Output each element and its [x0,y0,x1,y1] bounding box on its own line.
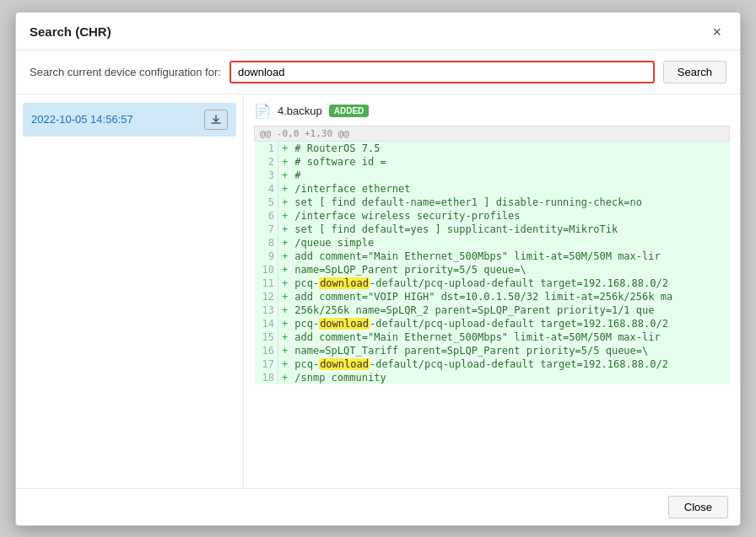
line-number: 9 [255,250,278,263]
file-header: 📄 4.backup ADDED [254,103,730,119]
diff-header-cell: @@ -0,0 +1,30 @@ [255,126,730,141]
line-number: 15 [255,330,278,344]
diff-prefix: + [278,223,292,236]
diff-prefix: + [278,290,292,303]
line-number: 8 [255,236,278,250]
diff-prefix: + [278,169,292,182]
line-number: 3 [255,169,278,182]
line-number: 7 [255,223,278,236]
right-panel: 📄 4.backup ADDED @@ -0,0 +1,30 @@ 1+# Ro… [244,94,740,488]
diff-table: @@ -0,0 +1,30 @@ 1+# RouterOS 7.52+# sof… [254,126,730,384]
diff-prefix: + [278,371,292,384]
line-number: 16 [255,344,278,357]
diff-prefix: + [278,344,292,357]
diff-code: /queue simple [291,236,729,250]
diff-prefix: + [278,357,292,371]
search-input[interactable] [230,61,655,83]
line-number: 17 [255,357,278,371]
download-button[interactable] [204,110,228,130]
dialog-title: Search (CHR) [30,24,111,39]
table-row: 11+ pcq-download-default/pcq-upload-defa… [255,277,730,290]
table-row: 15+add comment="Main Ethernet_500Mbps" l… [255,330,730,344]
diff-code: name=SpLQP_Parent priority=5/5 queue=\ [291,263,729,277]
diff-prefix: + [278,303,292,317]
diff-prefix: + [278,277,292,290]
diff-header-row: @@ -0,0 +1,30 @@ [255,126,730,141]
diff-code: /interface ethernet [291,182,729,196]
backup-date: 2022-10-05 14:56:57 [31,113,133,126]
table-row: 18+/snmp community [255,371,730,384]
table-row: 2+# software id = [255,155,730,169]
diff-code: 256k/256k name=SpLQR_2 parent=SpLQP_Pare… [291,303,729,317]
line-number: 11 [255,277,278,290]
diff-code: name=SpLQT_Tariff parent=SpLQP_Parent pr… [291,344,729,357]
diff-code: pcq-download-default/pcq-upload-default … [291,357,729,371]
diff-code: add comment="VOIP HIGH" dst=10.0.1.50/32… [291,290,729,303]
dialog-header: Search (CHR) × [16,13,740,51]
highlight-text: download [319,358,370,370]
table-row: 9+add comment="Main Ethernet_500Mbps" li… [255,250,730,263]
close-footer-button[interactable]: Close [668,496,728,518]
diff-code: /interface wireless security-profiles [291,209,729,223]
line-number: 1 [255,141,278,155]
close-x-button[interactable]: × [707,23,726,41]
added-badge: ADDED [329,105,370,117]
diff-code: # [291,169,729,182]
diff-code: add comment="Main Ethernet_500Mbps" limi… [291,250,729,263]
table-row: 12+add comment="VOIP HIGH" dst=10.0.1.50… [255,290,730,303]
table-row: 17+ pcq-download-default/pcq-upload-defa… [255,357,730,371]
main-content: 2022-10-05 14:56:57 📄 4.backup ADDED @@ … [16,94,740,488]
diff-prefix: + [278,250,292,263]
line-number: 6 [255,209,278,223]
line-number: 13 [255,303,278,317]
table-row: 1+# RouterOS 7.5 [255,141,730,155]
search-dialog: Search (CHR) × Search current device con… [15,12,741,526]
diff-code: add comment="Main Ethernet_500Mbps" limi… [291,330,729,344]
line-number: 4 [255,182,278,196]
file-icon: 📄 [254,103,271,119]
diff-prefix: + [278,330,292,344]
search-label: Search current device configuration for: [30,66,221,78]
highlight-text: download [319,277,370,289]
table-row: 13+ 256k/256k name=SpLQR_2 parent=SpLQP_… [255,303,730,317]
table-row: 16+ name=SpLQT_Tariff parent=SpLQP_Paren… [255,344,730,357]
diff-code: set [ find default=yes ] supplicant-iden… [291,223,729,236]
line-number: 18 [255,371,278,384]
diff-prefix: + [278,317,292,330]
line-number: 12 [255,290,278,303]
line-number: 5 [255,196,278,209]
download-icon [210,114,222,126]
diff-prefix: + [278,236,292,250]
line-number: 2 [255,155,278,169]
diff-code: # RouterOS 7.5 [291,141,729,155]
diff-code: /snmp community [291,371,729,384]
search-button[interactable]: Search [663,61,726,83]
left-panel: 2022-10-05 14:56:57 [16,94,244,488]
diff-code: set [ find default-name=ether1 ] disable… [291,196,729,209]
diff-prefix: + [278,141,292,155]
file-name: 4.backup [278,105,322,117]
table-row: 5+set [ find default-name=ether1 ] disab… [255,196,730,209]
diff-prefix: + [278,263,292,277]
diff-prefix: + [278,155,292,169]
table-row: 6+/interface wireless security-profiles [255,209,730,223]
diff-prefix: + [278,196,292,209]
diff-code: # software id = [291,155,729,169]
line-number: 10 [255,263,278,277]
table-row: 4+/interface ethernet [255,182,730,196]
diff-prefix: + [278,209,292,223]
table-row: 8+/queue simple [255,236,730,250]
table-row: 10+ name=SpLQP_Parent priority=5/5 queue… [255,263,730,277]
diff-code: pcq-download-default/pcq-upload-default … [291,277,729,290]
dialog-footer: Close [16,488,740,525]
diff-prefix: + [278,182,292,196]
highlight-text: download [319,318,370,330]
table-row: 7+set [ find default=yes ] supplicant-id… [255,223,730,236]
table-row: 3+# [255,169,730,182]
search-bar: Search current device configuration for:… [16,51,740,94]
backup-item[interactable]: 2022-10-05 14:56:57 [23,103,236,137]
diff-code: pcq-download-default/pcq-upload-default … [291,317,729,330]
table-row: 14+ pcq-download-default/pcq-upload-defa… [255,317,730,330]
line-number: 14 [255,317,278,330]
